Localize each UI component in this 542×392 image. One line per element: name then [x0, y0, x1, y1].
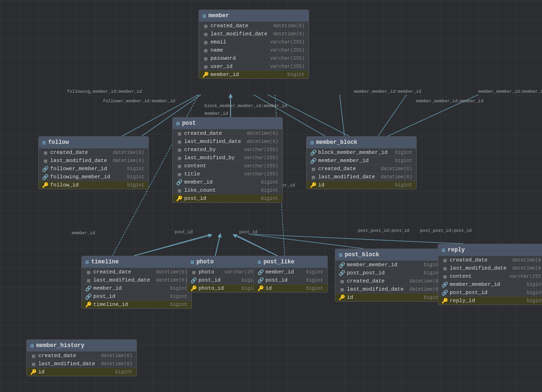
svg-text:post_post_id:post_id: post_post_id:post_id	[358, 229, 409, 233]
reply-field-post: 🔗 post_post_id bigint	[438, 288, 542, 296]
field-icon-regular: ▦	[203, 31, 209, 37]
table-post-like[interactable]: ⊞ post_like 🔗 member_id bigint 🔗 post_id…	[254, 256, 328, 293]
table-member-block[interactable]: ⊞ member_block 🔗 block_member_member_id …	[306, 136, 417, 189]
pb-field-last-modified: ▦ last_modified_date datetime(6)	[335, 285, 445, 293]
pl-field-id: 🔑 id bigint	[254, 284, 327, 292]
table-timeline[interactable]: ⊞ timeline ▦ created_date datetime(6) ▦ …	[81, 256, 192, 309]
table-post-block[interactable]: ⊞ post_block 🔗 member_member_id bigint 🔗…	[335, 249, 445, 302]
svg-text:member_id: member_id	[205, 111, 228, 116]
member-field-password: ▦ password varchar(255)	[199, 54, 309, 62]
table-post-header: ⊞ post	[173, 118, 282, 129]
svg-line-18	[234, 235, 277, 256]
member-field-name: ▦ name varchar(255)	[199, 46, 309, 54]
pl-field-post-id: 🔗 post_id bigint	[254, 276, 327, 284]
field-icon-regular: ▦	[203, 64, 209, 69]
tl-field-member-id: 🔗 member_id bigint	[82, 284, 191, 292]
table-follow-header: ⊞ follow	[39, 137, 148, 148]
mb-field-id: 🔑 id bigint	[307, 181, 416, 189]
post-field-member-id: 🔗 member_id bigint	[173, 178, 282, 186]
field-icon-pk: 🔑	[203, 72, 209, 77]
reply-field-last-modified: ▦ last_modified_date datetime(6)	[438, 264, 542, 272]
follow-field-following: 🔗 following_member_id bigint	[39, 173, 148, 181]
follow-field-last-modified: ▦ last_modified_date datetime(6)	[39, 156, 148, 164]
pb-field-member: 🔗 member_member_id bigint	[335, 261, 445, 269]
follow-field-follower: 🔗 follower_member_id bigint	[39, 164, 148, 173]
db-diagram-canvas: member_id member_id post_id post_id post…	[0, 0, 542, 392]
photo-field-photo-id: 🔑 photo_id bigint	[187, 284, 263, 292]
member-field-member-id: 🔑 member_id bigint	[199, 70, 309, 78]
table-member-history[interactable]: ⊞ member_history ▦ created_date datetime…	[26, 339, 137, 376]
table-member-history-header: ⊞ member_history	[27, 340, 136, 351]
member-field-user-id: ▦ user_id varchar(255)	[199, 62, 309, 70]
table-member-block-header: ⊞ member_block	[307, 137, 416, 148]
svg-text:post_post_id:post_id: post_post_id:post_id	[420, 229, 472, 233]
svg-line-9	[254, 234, 464, 244]
mb-field-created-date: ▦ created_date datetime(6)	[307, 164, 416, 173]
svg-text:member_member_id:member_id: member_member_id:member_id	[354, 89, 421, 94]
follow-field-follow-id: 🔑 follow_id bigint	[39, 181, 148, 189]
pb-field-id: 🔑 id bigint	[335, 293, 445, 301]
tl-field-timeline-id: 🔑 timeline_id bigint	[82, 300, 191, 308]
svg-line-12	[340, 95, 344, 136]
table-member-header: ⊞ member	[199, 10, 309, 22]
post-field-last-modified-by: ▦ last_modified_by varchar(255)	[173, 153, 282, 162]
table-follow[interactable]: ⊞ follow ▦ created_date datetime(6) ▦ la…	[38, 136, 149, 189]
member-field-last-modified: ▦ last_modified_date datetime(6)	[199, 30, 309, 38]
reply-field-created-date: ▦ created_date datetime(6)	[438, 256, 542, 264]
svg-line-17	[215, 235, 220, 256]
svg-text:member_id: member_id	[72, 231, 95, 236]
svg-line-7	[234, 234, 277, 256]
field-icon-regular: ▦	[203, 55, 209, 61]
svg-text:follower_member_id:member_id: follower_member_id:member_id	[103, 99, 175, 104]
tl-field-post-id: 🔗 post_id bigint	[82, 292, 191, 300]
field-icon-regular: ▦	[203, 23, 209, 29]
tl-field-last-modified: ▦ last_modified_date datetime(6)	[82, 276, 191, 284]
mb-field-block-member: 🔗 block_member_member_id bigint	[307, 148, 416, 156]
post-field-created-date: ▦ created_date datetime(6)	[173, 129, 282, 137]
photo-field-photo: ▦ photo varchar(255)	[187, 268, 263, 276]
svg-line-14	[387, 95, 478, 136]
photo-field-post-id: 🔗 post_id bigint	[187, 276, 263, 284]
table-photo[interactable]: ⊞ photo ▦ photo varchar(255) 🔗 post_id b…	[187, 256, 263, 293]
svg-text:member_member_id:member_id: member_member_id:member_id	[478, 89, 542, 94]
svg-line-16	[134, 235, 210, 256]
mb-field-last-modified: ▦ last_modified_date datetime(6)	[307, 173, 416, 181]
svg-line-6	[215, 234, 220, 256]
table-member[interactable]: ⊞ member ▦ created_date datetime(6) ▦ la…	[199, 10, 309, 79]
post-field-last-modified: ▦ last_modified_date datetime(6)	[173, 137, 282, 145]
post-field-like-count: ▦ like_count bigint	[173, 186, 282, 194]
svg-text:following_member_id:member_id: following_member_id:member_id	[67, 89, 142, 94]
member-field-created-date: ▦ created_date datetime(6)	[199, 22, 309, 30]
reply-field-content: ▦ content varchar(255)	[438, 272, 542, 280]
svg-line-5	[134, 234, 210, 256]
post-field-title: ▦ title varchar(255)	[173, 170, 282, 178]
table-reply[interactable]: ⊞ reply ▦ created_date datetime(6) ▦ las…	[438, 244, 542, 305]
table-reply-header: ⊞ reply	[438, 244, 542, 256]
svg-line-8	[249, 234, 364, 249]
svg-text:member_member_id:member_id: member_member_id:member_id	[416, 99, 483, 104]
field-icon-regular: ▦	[203, 47, 209, 53]
pb-field-created-date: ▦ created_date datetime(6)	[335, 277, 445, 285]
table-post-block-header: ⊞ post_block	[335, 249, 445, 261]
mh-field-created-date: ▦ created_date datetime(6)	[27, 351, 136, 359]
post-field-post-id: 🔑 post_id bigint	[173, 194, 282, 202]
reply-field-reply-id: 🔑 reply_id bigint	[438, 296, 542, 305]
mh-field-last-modified: ▦ last_modified_date datetime(6)	[27, 359, 136, 368]
mh-field-id: 🔑 id bigint	[27, 368, 136, 376]
table-post[interactable]: ⊞ post ▦ created_date datetime(6) ▦ last…	[172, 117, 283, 203]
svg-text:post_id: post_id	[239, 230, 257, 235]
post-field-content: ▦ content varchar(255)	[173, 162, 282, 170]
pb-field-post: 🔗 post_post_id bigint	[335, 269, 445, 277]
follow-field-created-date: ▦ created_date datetime(6)	[39, 148, 148, 156]
field-icon-regular: ▦	[203, 39, 209, 45]
svg-text:post_id: post_id	[175, 230, 193, 235]
table-timeline-header: ⊞ timeline	[82, 256, 191, 268]
pl-field-member-id: 🔗 member_id bigint	[254, 268, 327, 276]
tl-field-created-date: ▦ created_date datetime(6)	[82, 268, 191, 276]
table-post-icon: ⊞	[177, 120, 180, 127]
post-field-created-by: ▦ created_by varchar(255)	[173, 145, 282, 153]
reply-field-member: 🔗 member_member_id bigint	[438, 280, 542, 288]
svg-text:block_member_member_id:member_: block_member_member_id:member_id	[204, 104, 287, 109]
mb-field-member: 🔗 member_member_id bigint	[307, 156, 416, 164]
table-member-icon: ⊞	[203, 13, 206, 19]
